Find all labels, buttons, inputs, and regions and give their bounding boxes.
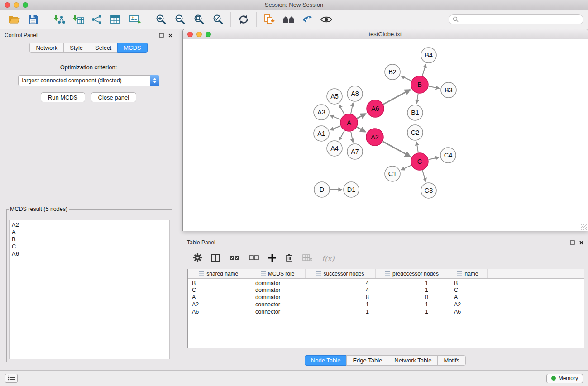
mcds-result-item[interactable]: A2 — [12, 221, 167, 229]
network-node-B2[interactable]: B2 — [385, 64, 400, 80]
table-cell[interactable]: A6 — [188, 308, 250, 315]
add-row-button[interactable] — [268, 254, 276, 263]
network-node-D1[interactable]: D1 — [344, 182, 359, 197]
zoom-selected-button[interactable] — [208, 11, 227, 28]
minimize-network-window-button[interactable] — [196, 32, 202, 37]
network-edge-C-C3[interactable] — [422, 170, 426, 181]
tab-select[interactable]: Select — [89, 43, 118, 53]
table-row[interactable]: Adominator80A — [188, 294, 584, 301]
tab-network[interactable]: Network — [29, 43, 64, 53]
network-node-C[interactable]: C — [411, 153, 428, 170]
table-cell[interactable]: A — [449, 294, 487, 301]
network-edge-A-A4[interactable] — [339, 130, 344, 140]
zoom-fit-button[interactable] — [189, 11, 208, 28]
table-row[interactable]: Cdominator41C — [188, 286, 584, 294]
tab-mcds[interactable]: MCDS — [117, 43, 147, 53]
new-table-button[interactable] — [106, 11, 125, 28]
network-edge-A-A8[interactable] — [351, 103, 353, 114]
tab-style[interactable]: Style — [63, 43, 89, 53]
network-edge-B-B4[interactable] — [422, 64, 426, 76]
network-edge-A-A6[interactable] — [357, 114, 366, 118]
mcds-result-item[interactable]: A6 — [12, 250, 167, 257]
network-node-A3[interactable]: A3 — [314, 105, 329, 120]
network-node-C2[interactable]: C2 — [407, 125, 423, 140]
table-row[interactable]: A6connector11A6 — [188, 308, 584, 315]
table-cell[interactable]: dominator — [250, 286, 305, 294]
close-window-button[interactable] — [5, 2, 10, 8]
network-edge-A-A1[interactable] — [330, 126, 341, 130]
network-node-B1[interactable]: B1 — [407, 105, 423, 120]
minimize-window-button[interactable] — [14, 2, 19, 8]
home-button[interactable] — [279, 11, 298, 28]
tab-network-table[interactable]: Network Table — [388, 355, 438, 366]
network-edge-A2-C[interactable] — [383, 142, 410, 157]
table-cell[interactable]: dominator — [250, 278, 305, 286]
network-node-C4[interactable]: C4 — [440, 148, 456, 163]
table-cell[interactable]: 0 — [375, 294, 449, 301]
network-edge-C-C2[interactable] — [416, 142, 418, 153]
network-node-A6[interactable]: A6 — [367, 100, 384, 117]
column-header-successor-nodes[interactable]: successor nodes — [305, 269, 375, 278]
criterion-dropdown[interactable]: largest connected component (directed) — [18, 75, 159, 86]
table-settings-button[interactable] — [193, 253, 202, 263]
column-header-predecessor-nodes[interactable]: predecessor nodes — [375, 269, 449, 278]
network-node-A1[interactable]: A1 — [314, 126, 329, 141]
table-cell[interactable]: A2 — [188, 301, 250, 308]
table-cell[interactable]: 1 — [375, 278, 449, 286]
memory-button[interactable]: Memory — [546, 374, 583, 383]
function-builder-button[interactable]: f(x) — [322, 254, 334, 263]
table-cell[interactable]: 4 — [305, 278, 375, 286]
table-cell[interactable]: A — [188, 294, 250, 301]
network-node-A8[interactable]: A8 — [347, 86, 363, 101]
open-session-button[interactable] — [5, 11, 24, 28]
maximize-network-window-button[interactable] — [206, 32, 211, 37]
table-row[interactable]: Bdominator41B — [188, 278, 584, 286]
mcds-result-item[interactable]: C — [12, 243, 167, 250]
save-session-button[interactable] — [24, 11, 43, 28]
network-canvas[interactable]: AA6A2BCA5A8A3A1A4A7B2B4B3B1C2C4C1C3DD1 — [183, 39, 588, 231]
network-node-A7[interactable]: A7 — [347, 144, 363, 159]
network-edge-A-A7[interactable] — [351, 132, 353, 143]
network-window-titlebar[interactable]: testGlobe.txt — [183, 29, 588, 39]
network-edge-B-B2[interactable] — [401, 76, 411, 81]
network-edge-A-A5[interactable] — [339, 105, 344, 114]
run-mcds-button[interactable]: Run MCDS — [41, 92, 85, 102]
column-header-mcds-role[interactable]: MCDS role — [250, 269, 305, 278]
delete-row-button[interactable] — [286, 253, 293, 263]
table-cell[interactable]: C — [188, 286, 250, 294]
show-hide-button[interactable] — [317, 11, 336, 28]
deselect-all-button[interactable] — [249, 255, 259, 262]
tab-edge-table[interactable]: Edge Table — [346, 355, 388, 366]
table-cell[interactable]: 1 — [375, 308, 449, 315]
network-node-B4[interactable]: B4 — [421, 48, 436, 63]
float-panel-icon[interactable] — [159, 33, 164, 38]
table-cell[interactable]: B — [449, 278, 487, 286]
close-panel-icon[interactable] — [579, 241, 583, 245]
network-node-A5[interactable]: A5 — [327, 89, 342, 104]
close-panel-icon[interactable] — [168, 33, 172, 38]
table-cell[interactable]: connector — [250, 308, 305, 315]
search-input[interactable] — [461, 16, 579, 23]
table-cell[interactable]: 1 — [305, 308, 375, 315]
select-all-button[interactable] — [229, 255, 239, 262]
annotation-check-button[interactable] — [298, 11, 317, 28]
network-node-C3[interactable]: C3 — [421, 183, 436, 198]
zoom-in-button[interactable] — [151, 11, 170, 28]
table-cell[interactable]: 8 — [305, 294, 375, 301]
network-edge-A-A2[interactable] — [357, 127, 365, 132]
network-edge-B-B3[interactable] — [429, 86, 440, 88]
column-header-shared-name[interactable]: shared name — [188, 269, 250, 278]
tab-motifs[interactable]: Motifs — [437, 355, 466, 366]
table-cell[interactable]: 1 — [375, 286, 449, 294]
float-panel-icon[interactable] — [570, 240, 575, 245]
close-panel-button[interactable]: Close panel — [91, 92, 137, 102]
table-cell[interactable]: dominator — [250, 294, 305, 301]
tab-node-table[interactable]: Node Table — [305, 355, 347, 366]
table-cell[interactable]: C — [449, 286, 487, 294]
column-header-name[interactable]: name — [449, 269, 487, 278]
table-cell[interactable]: A2 — [449, 301, 487, 308]
network-node-A4[interactable]: A4 — [327, 141, 342, 156]
import-table-from-file-button[interactable] — [68, 11, 87, 28]
export-image-button[interactable] — [125, 11, 144, 28]
table-cell[interactable]: A6 — [449, 308, 487, 315]
